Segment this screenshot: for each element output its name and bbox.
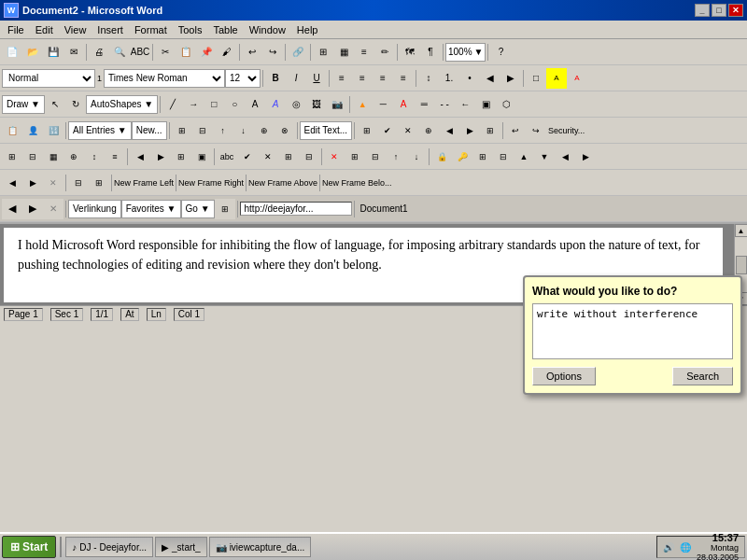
- row5-icon23[interactable]: ⊞: [472, 147, 493, 167]
- help-button[interactable]: ?: [490, 42, 511, 63]
- row5-icon18[interactable]: ⊟: [365, 147, 386, 167]
- menu-help[interactable]: Help: [291, 22, 324, 37]
- menu-edit[interactable]: Edit: [30, 22, 59, 37]
- row5-icon10[interactable]: ▣: [191, 147, 212, 167]
- row5-icon16[interactable]: ✕: [324, 147, 345, 167]
- menu-window[interactable]: Window: [244, 22, 291, 37]
- fill-color-tool[interactable]: ▲: [352, 94, 373, 115]
- arrow-style-tool[interactable]: ←: [455, 94, 475, 115]
- cut-button[interactable]: ✂: [155, 42, 176, 63]
- taskbar-item-start[interactable]: ▶ _start_: [155, 537, 207, 557]
- mail-merge-icon1[interactable]: 📋: [2, 120, 22, 141]
- row5-icon24[interactable]: ⊟: [493, 147, 514, 167]
- minimize-button[interactable]: _: [695, 4, 710, 17]
- mail-merge-icon2[interactable]: 👤: [22, 120, 43, 141]
- mm-icon9[interactable]: ⊗: [275, 120, 295, 141]
- line-tool[interactable]: ╱: [162, 94, 183, 115]
- rect-tool[interactable]: □: [204, 94, 224, 115]
- merge-icon5[interactable]: ◀: [439, 120, 459, 141]
- align-left-button[interactable]: ≡: [331, 68, 352, 89]
- zoom-dropdown[interactable]: 100% ▼: [445, 43, 486, 62]
- numbering-button[interactable]: 1.: [439, 68, 459, 89]
- align-right-button[interactable]: ≡: [373, 68, 393, 89]
- close-button[interactable]: ✕: [728, 4, 743, 17]
- start-button[interactable]: ⊞ Start: [2, 536, 56, 558]
- taskbar-item-dj[interactable]: ♪ DJ - Deejayfor...: [65, 537, 153, 557]
- row5-icon12[interactable]: ✔: [237, 147, 258, 167]
- free-rotate-button[interactable]: ↻: [65, 94, 86, 115]
- outside-border-button[interactable]: □: [526, 68, 546, 89]
- wordart-tool[interactable]: A: [265, 94, 286, 115]
- row5-icon2[interactable]: ⊟: [22, 147, 43, 167]
- assistant-input[interactable]: [532, 303, 733, 359]
- new-doc-button[interactable]: 📄: [2, 42, 22, 63]
- row5-icon9[interactable]: ⊞: [171, 147, 191, 167]
- mm-icon8[interactable]: ⊕: [254, 120, 275, 141]
- row6-nav-back[interactable]: ◀: [2, 173, 22, 193]
- favorites-dropdown[interactable]: Favorites ▼: [121, 200, 181, 218]
- row5-icon1[interactable]: ⊞: [2, 147, 22, 167]
- verlinkung-dropdown[interactable]: Verlinkung: [68, 200, 121, 218]
- drawing-button[interactable]: ✏: [374, 42, 395, 63]
- row5-icon17[interactable]: ⊞: [345, 147, 365, 167]
- row5-icon28[interactable]: ▶: [575, 147, 596, 167]
- mm-icon6[interactable]: ↑: [213, 120, 233, 141]
- row5-icon21[interactable]: 🔒: [431, 147, 452, 167]
- address-bar[interactable]: http://deejayfor...: [240, 202, 352, 216]
- paste-button[interactable]: 📌: [196, 42, 217, 63]
- arrow-tool[interactable]: →: [183, 94, 204, 115]
- line-color-tool[interactable]: ─: [373, 94, 393, 115]
- menu-table[interactable]: Table: [207, 22, 243, 37]
- row5-icon14[interactable]: ⊞: [278, 147, 299, 167]
- italic-button[interactable]: I: [286, 68, 306, 89]
- picture-tool[interactable]: 📷: [327, 94, 347, 115]
- font-size-dropdown[interactable]: 12: [225, 69, 261, 88]
- row6-nav-forward[interactable]: ▶: [22, 173, 43, 193]
- tray-speaker-icon[interactable]: 🔊: [663, 542, 674, 553]
- nav-back-button[interactable]: ◀: [2, 199, 22, 219]
- menu-file[interactable]: File: [2, 22, 30, 37]
- row5-icon25[interactable]: ▲: [514, 147, 534, 167]
- mail-merge-icon3[interactable]: 🔢: [43, 120, 63, 141]
- justify-button[interactable]: ≡: [393, 68, 414, 89]
- merge-icon4[interactable]: ⊕: [418, 120, 439, 141]
- email-button[interactable]: ✉: [63, 42, 84, 63]
- row5-icon15[interactable]: ⊟: [299, 147, 319, 167]
- spell-check-button[interactable]: ABC: [130, 42, 150, 63]
- merge-icon3[interactable]: ✕: [398, 120, 418, 141]
- merge-icon6[interactable]: ▶: [459, 120, 480, 141]
- autoshapes-dropdown[interactable]: AutoShapes ▼: [86, 95, 158, 114]
- new-entry-button[interactable]: New...: [132, 121, 167, 140]
- line-spacing-button[interactable]: ↕: [418, 68, 439, 89]
- menu-format[interactable]: Format: [129, 22, 173, 37]
- diagram-tool[interactable]: ◎: [286, 94, 306, 115]
- font-color-tool2[interactable]: A: [393, 94, 414, 115]
- dash-style-tool[interactable]: - -: [434, 94, 455, 115]
- row5-icon27[interactable]: ◀: [555, 147, 575, 167]
- merge-icon1[interactable]: ⊞: [357, 120, 377, 141]
- start-icon[interactable]: ⊞: [215, 199, 235, 219]
- print-preview-button[interactable]: 🔍: [109, 42, 130, 63]
- document1-tab[interactable]: Document1: [357, 203, 412, 214]
- row5-icon13[interactable]: ✕: [258, 147, 278, 167]
- row5-icon11[interactable]: abc: [217, 147, 237, 167]
- menu-insert[interactable]: Insert: [92, 22, 129, 37]
- show-hide-button[interactable]: ¶: [420, 42, 441, 63]
- row5-icon26[interactable]: ▼: [534, 147, 555, 167]
- scroll-up-button[interactable]: ▲: [735, 224, 748, 237]
- row5-icon3[interactable]: ▦: [43, 147, 63, 167]
- oval-tool[interactable]: ○: [224, 94, 245, 115]
- mm-icon7[interactable]: ↓: [233, 120, 254, 141]
- taskbar-item-iview[interactable]: 📷 iviewcapture_da...: [209, 537, 312, 557]
- 3d-tool[interactable]: ⬡: [496, 94, 516, 115]
- redo-button[interactable]: ↪: [262, 42, 283, 63]
- row5-icon6[interactable]: ≡: [105, 147, 125, 167]
- row5-icon19[interactable]: ↑: [386, 147, 406, 167]
- align-center-button[interactable]: ≡: [352, 68, 373, 89]
- open-button[interactable]: 📂: [22, 42, 43, 63]
- doc-map-button[interactable]: 🗺: [400, 42, 420, 63]
- line-style-tool[interactable]: ═: [414, 94, 434, 115]
- format-painter-button[interactable]: 🖌: [217, 42, 237, 63]
- options-button[interactable]: Options: [532, 367, 596, 385]
- undo-button[interactable]: ↩: [242, 42, 262, 63]
